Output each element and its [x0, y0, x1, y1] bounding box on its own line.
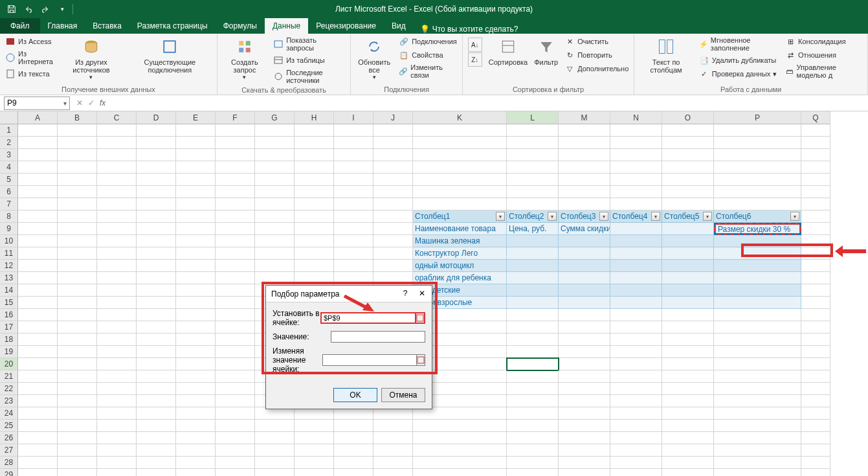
- cell-M5[interactable]: [559, 174, 610, 186]
- cell-N16[interactable]: [610, 309, 662, 321]
- cell-A8[interactable]: [18, 210, 58, 223]
- cell-K3[interactable]: [413, 149, 507, 161]
- cell-A5[interactable]: [18, 174, 58, 186]
- cell-A19[interactable]: [18, 346, 58, 358]
- cell-Q19[interactable]: [801, 346, 830, 358]
- cell-C2[interactable]: [97, 137, 137, 149]
- cell-D22[interactable]: [137, 383, 176, 395]
- cell-K9[interactable]: Наименование товара: [413, 223, 507, 235]
- cell-Q24[interactable]: [801, 407, 830, 420]
- cell-A2[interactable]: [18, 137, 58, 149]
- cell-F21[interactable]: [216, 370, 255, 383]
- cell-J6[interactable]: [373, 186, 413, 198]
- fx-icon[interactable]: fx: [100, 98, 106, 108]
- column-header-Q[interactable]: Q: [801, 111, 830, 124]
- row-header-25[interactable]: 25: [0, 420, 18, 432]
- cell-L25[interactable]: [507, 420, 559, 432]
- column-header-D[interactable]: D: [137, 111, 176, 124]
- cell-G28[interactable]: [255, 457, 295, 469]
- cell-D21[interactable]: [137, 370, 176, 383]
- row-header-22[interactable]: 22: [0, 383, 18, 395]
- accept-formula-icon[interactable]: ✓: [88, 98, 95, 108]
- cell-G12[interactable]: [255, 260, 295, 272]
- cell-D8[interactable]: [137, 210, 176, 223]
- column-header-M[interactable]: M: [559, 111, 610, 124]
- cell-A26[interactable]: [18, 432, 58, 444]
- cell-M17[interactable]: [559, 321, 610, 334]
- cell-Q1[interactable]: [801, 124, 830, 137]
- cell-A29[interactable]: [18, 469, 58, 476]
- cell-D20[interactable]: [137, 358, 176, 370]
- advanced-button[interactable]: ▽Дополнительно: [562, 62, 631, 75]
- cell-L8[interactable]: Столбец2▾: [507, 210, 559, 223]
- cell-N24[interactable]: [610, 407, 662, 420]
- cell-P16[interactable]: [714, 309, 801, 321]
- cell-G4[interactable]: [255, 161, 295, 174]
- filter-button-P[interactable]: ▾: [790, 212, 799, 221]
- cell-O2[interactable]: [662, 137, 714, 149]
- cell-C5[interactable]: [97, 174, 137, 186]
- cell-P17[interactable]: [714, 321, 801, 334]
- save-icon[interactable]: [4, 2, 19, 16]
- cell-E22[interactable]: [176, 383, 216, 395]
- data-model-button[interactable]: 🗃Управление моделью д: [783, 62, 865, 80]
- cell-A13[interactable]: [18, 272, 58, 284]
- cell-E11[interactable]: [176, 247, 216, 260]
- cell-F19[interactable]: [216, 346, 255, 358]
- cell-G10[interactable]: [255, 235, 295, 247]
- cell-K5[interactable]: [413, 174, 507, 186]
- cell-E25[interactable]: [176, 420, 216, 432]
- cell-M23[interactable]: [559, 395, 610, 407]
- cell-A11[interactable]: [18, 247, 58, 260]
- cell-L27[interactable]: [507, 444, 559, 457]
- row-header-4[interactable]: 4: [0, 161, 18, 174]
- cell-E19[interactable]: [176, 346, 216, 358]
- cell-N1[interactable]: [610, 124, 662, 137]
- cell-A14[interactable]: [18, 284, 58, 297]
- cell-D19[interactable]: [137, 346, 176, 358]
- remove-dup-button[interactable]: 📑Удалить дубликаты: [696, 54, 781, 67]
- cell-N20[interactable]: [610, 358, 662, 370]
- cell-N11[interactable]: [610, 247, 662, 260]
- cell-P3[interactable]: [714, 149, 801, 161]
- cell-M4[interactable]: [559, 161, 610, 174]
- column-header-H[interactable]: H: [295, 111, 334, 124]
- cell-L7[interactable]: [507, 198, 559, 210]
- cell-G1[interactable]: [255, 124, 295, 137]
- cell-C29[interactable]: [97, 469, 137, 476]
- cell-D13[interactable]: [137, 272, 176, 284]
- cell-P18[interactable]: [714, 334, 801, 346]
- filter-button-O[interactable]: ▾: [703, 212, 712, 221]
- cell-C8[interactable]: [97, 210, 137, 223]
- column-header-F[interactable]: F: [216, 111, 255, 124]
- cell-A27[interactable]: [18, 444, 58, 457]
- cell-B16[interactable]: [58, 309, 97, 321]
- tab-layout[interactable]: Разметка страницы: [129, 18, 216, 34]
- row-header-2[interactable]: 2: [0, 137, 18, 149]
- row-header-18[interactable]: 18: [0, 334, 18, 346]
- cell-C20[interactable]: [97, 358, 137, 370]
- row-header-20[interactable]: 20: [0, 358, 18, 370]
- cell-F5[interactable]: [216, 174, 255, 186]
- cell-I5[interactable]: [334, 174, 373, 186]
- cell-O21[interactable]: [662, 370, 714, 383]
- cell-C18[interactable]: [97, 334, 137, 346]
- cell-B2[interactable]: [58, 137, 97, 149]
- existing-conn-button[interactable]: Существующие подключения: [126, 35, 214, 75]
- cell-N15[interactable]: [610, 297, 662, 309]
- filter-button-K[interactable]: ▾: [496, 212, 505, 221]
- cell-Q23[interactable]: [801, 395, 830, 407]
- cell-N25[interactable]: [610, 420, 662, 432]
- column-header-G[interactable]: G: [255, 111, 295, 124]
- reapply-button[interactable]: ↻Повторить: [562, 49, 631, 62]
- cell-M16[interactable]: [559, 309, 610, 321]
- cell-G27[interactable]: [255, 444, 295, 457]
- cell-B23[interactable]: [58, 395, 97, 407]
- cell-E15[interactable]: [176, 297, 216, 309]
- cell-B9[interactable]: [58, 223, 97, 235]
- cell-B4[interactable]: [58, 161, 97, 174]
- cell-E26[interactable]: [176, 432, 216, 444]
- cell-B29[interactable]: [58, 469, 97, 476]
- cell-F8[interactable]: [216, 210, 255, 223]
- cell-J3[interactable]: [373, 149, 413, 161]
